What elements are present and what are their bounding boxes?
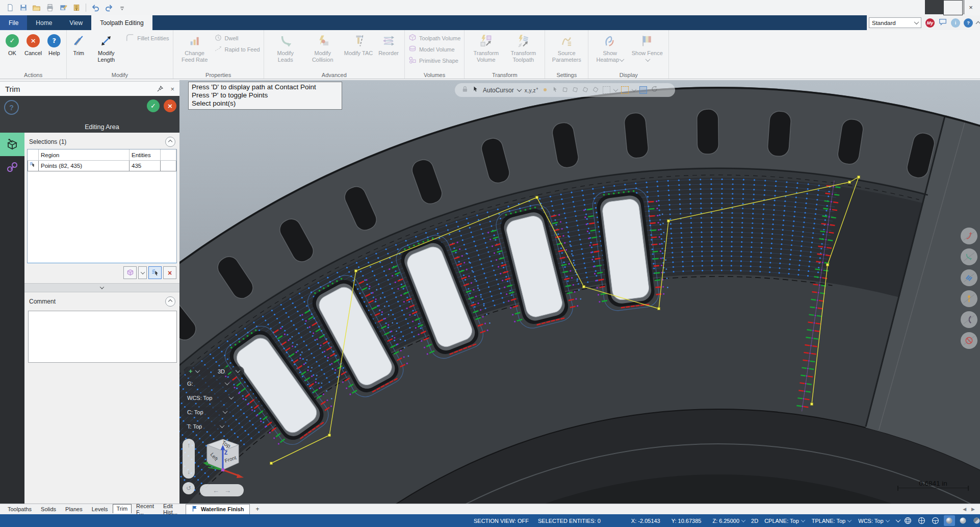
manager-tab-planes[interactable]: Planes	[61, 506, 87, 512]
collapse-ribbon-icon[interactable]	[976, 18, 980, 28]
ribbon-button-rapid-to-feed[interactable]: Rapid to Feed	[214, 45, 260, 54]
2d-3d-toggle[interactable]: 2D	[751, 518, 758, 524]
manager-tab-trim[interactable]: Trim	[113, 504, 132, 513]
cplane-pill[interactable]: C: Top	[183, 407, 231, 417]
redo-icon[interactable]	[104, 3, 114, 13]
cancel-x-button[interactable]: ×	[164, 99, 176, 112]
chevron-down-icon[interactable]	[517, 87, 522, 92]
selection-window-icon[interactable]	[603, 86, 610, 94]
face-select-icon[interactable]	[572, 86, 579, 95]
view-gizmo[interactable]: Top Left Front Z	[200, 437, 246, 486]
pan-control[interactable]: ←→	[200, 484, 244, 496]
wireframe-sphere-2-icon[interactable]	[916, 515, 927, 526]
viewport-canvas[interactable]: Press 'D' to display path at Contact Poi…	[179, 80, 980, 504]
arc-segment-button[interactable]	[961, 311, 977, 328]
manager-tab-recent-f-[interactable]: Recent F...	[132, 503, 159, 515]
x-coordinate[interactable]: X: -2.05143	[631, 518, 660, 524]
close-icon[interactable]: ×	[170, 85, 174, 93]
clear-selection-button[interactable]: ×	[163, 266, 176, 279]
save-as-icon[interactable]	[58, 3, 68, 13]
active-selection-mode-icon[interactable]	[639, 86, 647, 94]
scroll-right-icon[interactable]: ▶	[971, 507, 975, 512]
ribbon-button-ok[interactable]: ✓OK	[4, 32, 21, 58]
gnomon-toggle[interactable]: +	[184, 366, 211, 376]
style-selector[interactable]: Standard	[869, 17, 921, 28]
entities-cell[interactable]: 435	[130, 161, 161, 171]
minimize-button[interactable]	[925, 0, 943, 14]
cplane-selector[interactable]: CPLANE: Top	[764, 518, 805, 524]
ribbon-button-toolpath-volume[interactable]: Toolpath Volume	[408, 34, 460, 43]
volume-select-dropdown[interactable]	[138, 266, 147, 279]
ribbon-button-change-feed-rate[interactable]: Change Feed Rate	[177, 32, 213, 64]
body-select-icon[interactable]	[582, 86, 589, 95]
ribbon-button-model-volume[interactable]: Model Volume	[408, 45, 460, 54]
ribbon-button-trim[interactable]: Trim	[70, 32, 87, 58]
ribbon-button-transform-toolpath[interactable]: Transform Toolpath	[505, 32, 541, 64]
selections-group-header[interactable]: Selections (1)	[24, 133, 179, 149]
print-icon[interactable]	[45, 3, 55, 13]
y-coordinate[interactable]: Y: 10.67385	[672, 518, 702, 524]
section-view-toggle[interactable]: SECTION VIEW: OFF	[474, 518, 529, 524]
info-icon[interactable]: i	[951, 18, 960, 28]
customize-icon[interactable]	[117, 3, 127, 13]
tac-lines-button[interactable]	[961, 269, 977, 286]
ribbon-button-cancel[interactable]: ×Cancel	[22, 32, 44, 58]
help-icon[interactable]: ?	[964, 18, 973, 28]
chevron-down-icon[interactable]	[225, 380, 230, 385]
ribbon-button-primitive-shape[interactable]: Primitive Shape	[408, 56, 460, 65]
tab-file[interactable]: File	[0, 15, 27, 30]
link-icon[interactable]	[0, 156, 24, 180]
manager-tab-levels[interactable]: Levels	[87, 506, 113, 512]
lead-arrow-button[interactable]	[961, 248, 977, 265]
collapse-icon[interactable]	[165, 137, 175, 147]
chevron-down-icon[interactable]	[632, 87, 637, 92]
chevron-down-icon[interactable]	[223, 409, 228, 414]
ribbon-button-show-heatmap[interactable]: Show Heatmap	[592, 32, 628, 64]
doc-tab-waterline-finish[interactable]: Waterline Finish	[186, 504, 250, 515]
rotate-view-button[interactable]: ↺	[183, 482, 195, 494]
ribbon-button-modify-collision[interactable]: Modify Collision	[305, 32, 341, 64]
gplane-pill[interactable]: G:	[183, 379, 234, 388]
tab-toolpath-editing[interactable]: Toolpath Editing	[91, 15, 152, 30]
ribbon-button-fillet-entities[interactable]: Fillet Entities	[125, 34, 169, 43]
add-tab-button[interactable]: +	[253, 506, 263, 513]
tab-view[interactable]: View	[61, 15, 91, 30]
manager-tab-edit-hist-[interactable]: Edit Hist...	[159, 503, 182, 515]
collapse-icon[interactable]	[165, 296, 175, 307]
retract-arrow-button[interactable]	[961, 228, 977, 244]
scroll-left-icon[interactable]: ◀	[963, 507, 966, 512]
undo-icon[interactable]	[91, 3, 100, 13]
table-row[interactable]: Points (82, 435)435	[28, 161, 176, 171]
wireframe-hemisphere-icon[interactable]	[930, 515, 941, 526]
comment-group-header[interactable]: Comment	[24, 292, 179, 309]
shaded-sphere-2-icon[interactable]	[958, 515, 969, 526]
select-arrow-icon[interactable]	[552, 86, 558, 95]
view-mode-dropdown[interactable]	[231, 366, 244, 376]
region-cell[interactable]: Points (82, 435)	[39, 161, 130, 171]
ribbon-button-show-fence[interactable]: Show Fence	[629, 32, 665, 64]
ribbon-button-modify-leads[interactable]: Modify Leads	[268, 32, 303, 64]
z-nudge-control[interactable]: ↑↓	[183, 439, 195, 479]
pin-icon[interactable]	[157, 85, 163, 93]
save-icon[interactable]	[18, 3, 28, 13]
wireframe-sphere-icon[interactable]	[902, 515, 914, 526]
half-shaded-sphere-icon[interactable]	[971, 515, 980, 526]
editing-area-icon[interactable]	[0, 133, 24, 156]
chevron-down-icon[interactable]	[220, 423, 225, 428]
autocursor-label[interactable]: AutoCursor	[483, 87, 514, 94]
chevron-down-icon[interactable]	[613, 87, 618, 92]
chevron-down-icon[interactable]	[895, 517, 900, 522]
wcs-selector[interactable]: WCS: Top	[858, 518, 889, 524]
view-mode-pill[interactable]: 3D	[214, 366, 229, 376]
reselect-button[interactable]	[148, 266, 162, 279]
feedback-icon[interactable]	[938, 17, 947, 29]
selection-list[interactable]: RegionEntitiesPoints (82, 435)435	[27, 149, 177, 263]
grid-select-icon[interactable]	[621, 86, 629, 94]
ribbon-button-dwell[interactable]: Dwell	[214, 34, 260, 43]
ribbon-button-transform-volume[interactable]: Transform Volume	[468, 32, 504, 64]
ribbon-button-source-parameters[interactable]: Source Parameters	[549, 32, 584, 64]
ribbon-button-reorder[interactable]: Reorder	[376, 32, 401, 58]
z-coordinate[interactable]: Z: 6.25000	[712, 518, 745, 524]
lock-icon[interactable]	[461, 85, 469, 95]
close-button[interactable]: ×	[962, 0, 980, 14]
